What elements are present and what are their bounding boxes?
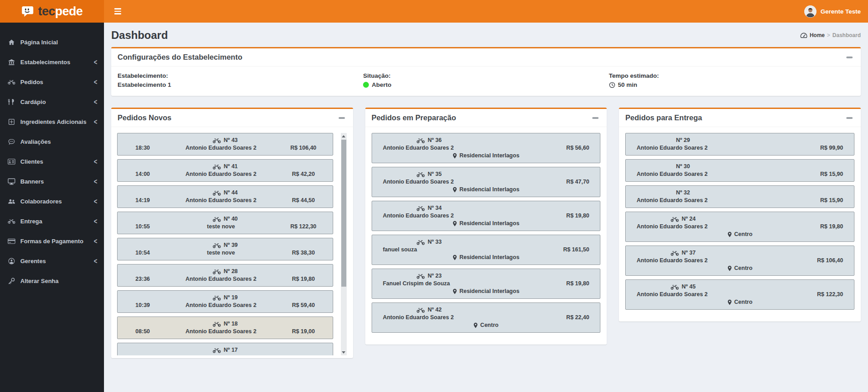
- order-location: Centro: [734, 264, 752, 272]
- order-main-row: Antonio Eduardo Soares 2R$ 47,70: [377, 178, 596, 186]
- order-customer: Antonio Eduardo Soares 2: [163, 144, 278, 152]
- config-field-value-text: Estabelecimento 1: [118, 81, 171, 88]
- sidebar-item-ingredientes-adicionais[interactable]: Ingredientes Adicionais<: [0, 112, 104, 132]
- order-number-row: Nº 18: [122, 320, 328, 328]
- order-location: Residencial Interlagos: [459, 152, 519, 160]
- sidebar-nav: Página InicialEstabelecimentos<Pedidos<C…: [0, 23, 104, 291]
- scroll-down-arrow-icon[interactable]: [341, 349, 347, 355]
- sidebar-item-cardapio[interactable]: Cardápio<: [0, 92, 104, 112]
- scroll-thumb[interactable]: [341, 140, 346, 287]
- order-card[interactable]: Nº 4114:00Antonio Eduardo Soares 2R$ 42,…: [117, 159, 333, 182]
- board-body: Nº 29Antonio Eduardo Soares 2R$ 99,90Nº …: [619, 127, 861, 321]
- collapse-board-button[interactable]: [844, 115, 854, 121]
- order-number-row: Nº 42: [377, 306, 596, 314]
- order-customer: Antonio Eduardo Soares 2: [630, 257, 817, 264]
- location-pin-icon: [727, 299, 732, 305]
- order-location: Residencial Interlagos: [459, 288, 519, 295]
- order-number-text: Nº 18: [224, 320, 238, 328]
- minus-icon: [592, 117, 599, 119]
- sidebar-item-gerentes[interactable]: Gerentes<: [0, 251, 104, 271]
- sidebar-item-label: Alterar Senha: [20, 278, 97, 284]
- key-icon: [7, 278, 16, 284]
- location-pin-icon: [453, 187, 457, 193]
- order-card[interactable]: Nº 29Antonio Eduardo Soares 2R$ 99,90: [625, 133, 854, 156]
- order-customer: Antonio Eduardo Soares 2: [377, 314, 566, 321]
- order-location: Residencial Interlagos: [459, 254, 519, 261]
- location-pin-icon: [727, 231, 732, 237]
- order-total: R$ 19,00: [278, 328, 328, 335]
- order-number: Nº 42: [377, 306, 482, 314]
- order-main-row: Antonio Eduardo Soares 2R$ 19,80: [630, 223, 849, 231]
- order-card[interactable]: Nº 24Antonio Eduardo Soares 2R$ 19,80Cen…: [625, 212, 854, 242]
- collapse-config-button[interactable]: [844, 55, 854, 60]
- order-time: 10:39: [122, 302, 163, 309]
- order-card[interactable]: Nº 42Antonio Eduardo Soares 2R$ 22,40Cen…: [372, 302, 601, 333]
- order-card[interactable]: Nº 4318:30Antonio Eduardo Soares 2R$ 106…: [117, 133, 333, 156]
- order-number-row: Nº 30: [630, 163, 849, 170]
- order-total: R$ 106,40: [817, 257, 849, 264]
- sidebar-item-estabelecimentos[interactable]: Estabelecimentos<: [0, 52, 104, 72]
- sidebar-item-colaboradores[interactable]: Colaboradores<: [0, 191, 104, 211]
- order-number-row: Nº 45: [630, 283, 849, 291]
- order-card[interactable]: Nº 36Antonio Eduardo Soares 2R$ 56,60Res…: [372, 133, 601, 163]
- order-card[interactable]: Nº 1910:39Antonio Eduardo Soares 2R$ 59,…: [117, 290, 333, 313]
- clock-icon: [609, 82, 615, 88]
- order-boards: Pedidos NovosNº 4318:30Antonio Eduardo S…: [111, 108, 861, 358]
- sidebar-item-entrega[interactable]: Entrega<: [0, 211, 104, 231]
- order-number-text: Nº 36: [428, 137, 442, 144]
- order-card[interactable]: Nº 1808:50Antonio Eduardo Soares 2R$ 19,…: [117, 316, 333, 339]
- order-card[interactable]: Nº 37Antonio Eduardo Soares 2R$ 106,40Ce…: [625, 246, 854, 276]
- sidebar-item-formas-de-pagamento[interactable]: Formas de Pagamento<: [0, 231, 104, 251]
- sidebar-item-pedidos[interactable]: Pedidos<: [0, 72, 104, 92]
- order-customer: Antonio Eduardo Soares 2: [630, 197, 820, 204]
- order-card[interactable]: Nº 4010:55teste noveR$ 122,30: [117, 212, 333, 234]
- order-card[interactable]: Nº 3910:54teste noveR$ 38,30: [117, 238, 333, 260]
- order-time: 18:30: [122, 144, 163, 152]
- sidebar-toggle-button[interactable]: [112, 5, 124, 17]
- order-card[interactable]: Nº 4414:19Antonio Eduardo Soares 2R$ 44,…: [117, 185, 333, 208]
- collapse-board-button[interactable]: [590, 115, 600, 121]
- scrollbar[interactable]: [341, 133, 347, 355]
- config-field-value: Aberto: [363, 81, 609, 88]
- order-card[interactable]: Nº 35Antonio Eduardo Soares 2R$ 47,70Res…: [372, 167, 601, 197]
- order-customer: teste nove: [163, 223, 278, 231]
- sidebar-item-banners[interactable]: Banners<: [0, 171, 104, 191]
- order-customer: fanuel souza: [377, 246, 563, 254]
- user-menu[interactable]: Gerente Teste: [804, 5, 861, 18]
- order-card[interactable]: Nº 23Fanuel Crispim de SouzaR$ 19,80Resi…: [372, 269, 601, 299]
- order-number-text: Nº 44: [224, 189, 238, 197]
- order-number-text: Nº 41: [224, 163, 238, 170]
- sidebar-item-label: Banners: [20, 178, 94, 185]
- order-customer: Antonio Eduardo Soares 2: [163, 275, 278, 283]
- order-number-text: Nº 40: [224, 215, 238, 223]
- board-body: Nº 36Antonio Eduardo Soares 2R$ 56,60Res…: [365, 127, 607, 345]
- board-pedidos-para-entrega: Pedidos para EntregaNº 29Antonio Eduardo…: [619, 108, 861, 321]
- board-title: Pedidos Novos: [118, 113, 171, 122]
- order-card[interactable]: Nº 32Antonio Eduardo Soares 2R$ 15,90: [625, 185, 854, 208]
- order-card[interactable]: Nº 33fanuel souzaR$ 161,50Residencial In…: [372, 235, 601, 265]
- brand-logo[interactable]: tecpede: [0, 0, 104, 23]
- order-number-row: Nº 28: [122, 268, 328, 275]
- order-number-row: Nº 17: [122, 346, 328, 354]
- motorcycle-icon: [212, 190, 221, 196]
- config-field-estabelecimento: Estabelecimento:Estabelecimento 1: [118, 72, 363, 88]
- sidebar-item-avaliacoes[interactable]: Avaliações: [0, 132, 104, 151]
- sidebar-item-label: Colaboradores: [20, 198, 94, 205]
- order-location-row: Centro: [630, 298, 849, 306]
- scroll-up-arrow-icon[interactable]: [341, 133, 347, 139]
- sidebar-item-pagina-inicial[interactable]: Página Inicial: [0, 32, 104, 52]
- order-customer: Antonio Eduardo Soares 2: [630, 144, 820, 152]
- collapse-board-button[interactable]: [337, 115, 347, 121]
- order-card[interactable]: Nº 30Antonio Eduardo Soares 2R$ 15,90: [625, 159, 854, 182]
- breadcrumb-home-link[interactable]: Home: [810, 32, 825, 38]
- order-card[interactable]: Nº 17: [117, 343, 333, 355]
- order-number: Nº 30: [630, 163, 736, 170]
- sidebar-item-alterar-senha[interactable]: Alterar Senha: [0, 271, 104, 291]
- order-card[interactable]: Nº 2823:36Antonio Eduardo Soares 2R$ 19,…: [117, 264, 333, 287]
- order-number-row: Nº 40: [122, 215, 328, 223]
- order-card[interactable]: Nº 45Antonio Eduardo Soares 2R$ 122,30Ce…: [625, 279, 854, 310]
- sidebar-item-clientes[interactable]: Clientes<: [0, 151, 104, 171]
- order-number-text: Nº 37: [682, 249, 696, 257]
- order-number: Nº 18: [212, 320, 238, 328]
- order-card[interactable]: Nº 34Antonio Eduardo Soares 2R$ 19,80Res…: [372, 201, 601, 231]
